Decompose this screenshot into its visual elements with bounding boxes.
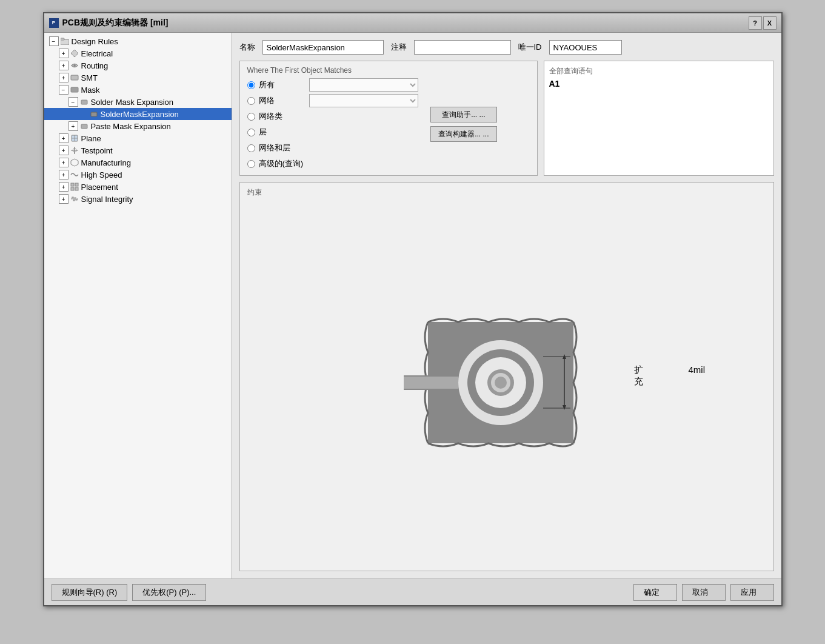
- tree-node-solder-mask-expansion[interactable]: Solder Mask Expansion: [44, 96, 232, 108]
- expander-mask[interactable]: [59, 85, 68, 95]
- diagram-container: 扩充 4mil: [404, 304, 610, 461]
- constraint-visual: 扩充 4mil: [247, 203, 766, 563]
- tree-node-plane[interactable]: Plane: [44, 132, 232, 144]
- titlebar-controls[interactable]: ? X: [749, 16, 777, 30]
- svg-rect-4: [71, 75, 78, 80]
- expander-testpoint[interactable]: [59, 146, 68, 155]
- tree-node-electrical[interactable]: Electrical: [44, 47, 232, 59]
- radio-netlayer-input[interactable]: [247, 144, 255, 152]
- tree-label-testpoint: Testpoint: [81, 146, 113, 155]
- tree-node-mask[interactable]: Mask: [44, 84, 232, 96]
- tree-label-routing: Routing: [81, 61, 109, 70]
- dropdown-row-1: [309, 78, 418, 92]
- radio-advanced-input[interactable]: [247, 160, 255, 168]
- electrical-icon: [70, 49, 79, 58]
- tree-node-paste-mask[interactable]: Paste Mask Expansion: [44, 120, 232, 132]
- manufacturing-icon: [70, 158, 79, 167]
- tree-label-plane: Plane: [81, 134, 101, 143]
- mask-icon: [70, 85, 79, 95]
- expander-smt[interactable]: [59, 73, 68, 82]
- radio-netclass-input[interactable]: [247, 113, 255, 121]
- radio-layer-input[interactable]: [247, 129, 255, 136]
- tree-node-testpoint[interactable]: Testpoint: [44, 144, 232, 156]
- tree-node-smt[interactable]: SMT: [44, 72, 232, 84]
- query-builder-button[interactable]: 查询构建器... ...: [430, 126, 496, 142]
- svg-rect-17: [71, 187, 74, 190]
- titlebar: P PCB规则及约束编辑器 [mil] ? X: [44, 13, 781, 33]
- apply-button[interactable]: 应用: [730, 584, 774, 601]
- radio-all-input[interactable]: [247, 81, 255, 89]
- radio-net-and-layer: 网络和层: [247, 141, 304, 155]
- ok-button[interactable]: 确定: [633, 584, 677, 601]
- id-input[interactable]: [549, 40, 622, 55]
- expander-placement[interactable]: [59, 182, 68, 192]
- name-input[interactable]: [262, 40, 384, 55]
- radio-layer-label: 层: [259, 127, 267, 138]
- close-button[interactable]: X: [763, 16, 777, 30]
- tree-node-manufacturing[interactable]: Manufacturing: [44, 156, 232, 169]
- radio-layer: 层: [247, 126, 304, 139]
- tree-label-mask: Mask: [81, 86, 100, 95]
- query-helper-button[interactable]: 查询助手... ...: [430, 107, 496, 122]
- name-label: 名称: [239, 42, 255, 53]
- tree-label-signal-integrity: Signal Integrity: [81, 195, 133, 204]
- high-speed-icon: [70, 170, 79, 179]
- where-query-row: Where The First Object Matches 所有 网络: [239, 61, 774, 176]
- comment-label: 注释: [391, 42, 407, 53]
- main-window: P PCB规则及约束编辑器 [mil] ? X Design Rules: [43, 12, 783, 606]
- query-result-value: A1: [549, 79, 769, 89]
- tree-node-high-speed[interactable]: High Speed: [44, 169, 232, 181]
- expander-soldermask-leaf: [78, 109, 88, 119]
- testpoint-icon: [70, 146, 79, 155]
- svg-rect-27: [404, 377, 458, 389]
- tree-label-smt: SMT: [81, 73, 98, 82]
- expander-paste-mask[interactable]: [68, 121, 78, 131]
- tree-label-design-rules: Design Rules: [72, 37, 118, 46]
- svg-rect-16: [75, 183, 78, 186]
- tree-node-design-rules[interactable]: Design Rules: [44, 35, 232, 47]
- cancel-button[interactable]: 取消: [682, 584, 726, 601]
- bottom-bar: 规则向导(R) (R) 优先权(P) (P)... 确定 取消 应用: [44, 579, 781, 605]
- tree-node-signal-integrity[interactable]: Signal Integrity: [44, 193, 232, 205]
- help-button[interactable]: ?: [749, 16, 762, 30]
- app-icon: P: [49, 18, 59, 28]
- tree-panel: Design Rules Electrical Routing: [44, 33, 232, 579]
- tree-node-soldermaskexpansion[interactable]: SolderMaskExpansion: [44, 108, 232, 120]
- wizard-button[interactable]: 规则向导(R) (R): [52, 584, 128, 601]
- titlebar-left: P PCB规则及约束编辑器 [mil]: [49, 18, 169, 29]
- name-row: 名称 注释 唯一ID: [239, 40, 774, 55]
- expander-high-speed[interactable]: [59, 170, 68, 179]
- expander-solder-mask-expansion[interactable]: [68, 97, 78, 107]
- netclass-select[interactable]: [309, 94, 418, 107]
- tree-label-placement: Placement: [81, 183, 118, 192]
- tree-label-high-speed: High Speed: [81, 170, 122, 179]
- tree-label-paste-mask: Paste Mask Expansion: [91, 122, 171, 131]
- query-buttons: 查询助手... ... 查询构建器... ...: [430, 78, 496, 170]
- diagram-svg: [404, 304, 610, 461]
- expander-electrical[interactable]: [59, 49, 68, 58]
- where-section-title: Where The First Object Matches: [247, 66, 530, 75]
- expander-routing[interactable]: [59, 61, 68, 70]
- radio-network-label: 网络: [259, 95, 275, 106]
- radio-network-input[interactable]: [247, 97, 255, 105]
- expander-manufacturing[interactable]: [59, 158, 68, 167]
- comment-input[interactable]: [414, 40, 511, 55]
- plane-icon: [70, 133, 79, 143]
- radio-all: 所有: [247, 78, 304, 92]
- expander-plane[interactable]: [59, 133, 68, 143]
- where-two-col: 所有 网络 网络类 层: [247, 78, 530, 170]
- priority-button[interactable]: 优先权(P) (P)...: [132, 584, 206, 601]
- tree-node-placement[interactable]: Placement: [44, 181, 232, 193]
- expander-design-rules[interactable]: [49, 36, 59, 46]
- expander-signal-integrity[interactable]: [59, 194, 68, 204]
- radio-netlayer-label: 网络和层: [259, 143, 290, 153]
- svg-rect-5: [71, 87, 78, 92]
- routing-icon: [70, 61, 79, 70]
- radio-network-class: 网络类: [247, 110, 304, 123]
- network-select[interactable]: [309, 78, 418, 92]
- query-result-box: 全部查询语句 A1: [544, 61, 774, 176]
- expand-annotation: 扩充: [634, 364, 643, 387]
- expand-label: 扩充: [634, 364, 643, 387]
- tree-node-routing[interactable]: Routing: [44, 59, 232, 72]
- svg-rect-1: [61, 38, 64, 40]
